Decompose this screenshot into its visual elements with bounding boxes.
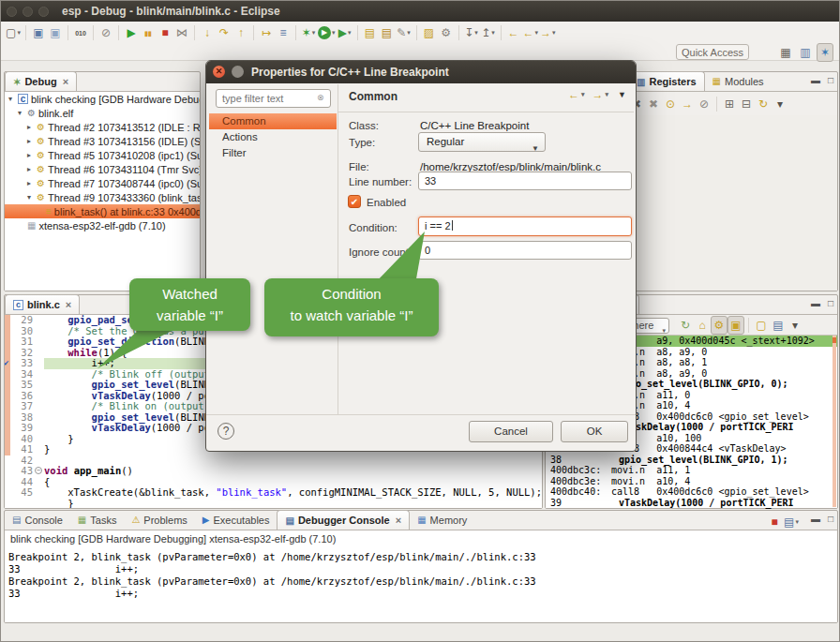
tab-problems[interactable]: ⚠Problems [124,510,194,530]
step-into-icon[interactable]: ↓ [199,23,216,42]
next-annotation-icon[interactable]: ↧▾ [463,23,480,42]
type-select[interactable]: Regular ▼ [418,132,546,152]
tab-blink-c[interactable]: c blink.c × [5,294,80,314]
dialog-close-button[interactable]: ✕ [213,66,225,78]
editor-gutter[interactable]: 41 [5,444,44,455]
clear-filter-icon[interactable]: ⊗ [317,93,324,102]
dialog-minimize-button[interactable] [232,66,244,78]
save-icon[interactable]: ▣ [30,23,47,42]
window-maximize-button[interactable] [38,7,49,17]
close-icon[interactable]: × [66,299,71,310]
editor-gutter[interactable]: 29 [5,315,44,326]
debug-tree-item[interactable]: ▸⚙Thread #6 1073431104 (Tmr Svc) (S [5,162,200,176]
expander-icon[interactable]: ▾ [27,193,37,202]
close-icon[interactable]: × [63,76,68,87]
run-icon[interactable]: ▶▾ [317,23,337,42]
back-icon[interactable]: ←▾ [522,23,540,42]
minimize-icon[interactable]: ▬ [811,514,820,524]
console-output[interactable]: Breakpoint 2, blink_task (pvParameter=0x… [8,551,835,622]
debug-icon[interactable]: ✶▾ [300,23,317,42]
forward-icon[interactable]: →▾ [539,23,557,42]
editor-gutter[interactable]: 35 [5,380,44,391]
forward-icon[interactable]: → [592,88,604,101]
open-new-view-icon[interactable]: ▢ [753,316,770,335]
editor-gutter[interactable]: 45 [5,487,44,499]
maximize-icon[interactable]: □ [828,298,833,308]
quick-access-button[interactable]: Quick Access [676,44,749,60]
chevron-down-icon[interactable]: ▾ [606,91,609,98]
collapse-all-icon[interactable]: ⊟ [738,95,755,113]
help-button[interactable]: ? [218,423,234,440]
pin-view-icon[interactable]: ▤ [770,316,787,335]
refresh-view-icon[interactable]: ↻ [677,316,694,335]
line-number-field[interactable]: 33 [418,172,632,190]
expand-all-icon[interactable]: ⊞ [721,95,738,113]
debug-tree-item[interactable]: ▦xtensa-esp32-elf-gdb (7.10) [5,218,200,232]
debug-tree-item[interactable]: ▾cblink checking [GDB Hardware Debug [5,92,200,106]
breakpoint-icon[interactable]: ✔ [5,358,8,369]
mark-occurrences-icon[interactable]: ▨ [421,23,438,42]
show-supported-breakpoints-icon[interactable]: ⊙ [662,95,679,113]
resume-icon[interactable]: ▶ [123,23,140,42]
expander-icon[interactable]: ▸ [27,179,37,187]
window-close-button[interactable] [7,7,17,17]
editor-gutter[interactable] [5,499,44,509]
home-icon[interactable]: ⌂ [694,316,711,335]
view-menu-icon[interactable]: ▾ [772,95,788,113]
maximize-icon[interactable]: □ [828,75,833,85]
new-wizard-icon[interactable]: ▢▾ [5,23,22,42]
expander-icon[interactable]: ▸ [27,123,37,131]
close-icon[interactable]: × [396,515,401,526]
open-perspective-button[interactable]: ▦ [777,43,794,62]
tab-debugger-console[interactable]: ▤Debugger Console× [277,510,410,530]
use-step-filters-icon[interactable]: ≡ [275,23,292,42]
debug-tree-item[interactable]: ▸⚙Thread #3 1073413156 (IDLE) (Susp [5,134,200,148]
fold-marker-icon[interactable]: − [35,467,42,474]
save-all-icon[interactable]: ▣ [47,23,64,42]
chevron-down-icon[interactable]: ▾ [581,91,585,98]
expander-icon[interactable]: ▸ [27,165,37,173]
debug-tree-item[interactable]: ▾⚙Thread #9 1073433360 (blink_task : [5,190,200,204]
disconnect-icon[interactable]: ⋈ [173,23,190,42]
open-element-icon[interactable]: ▤ [362,23,379,42]
remove-all-breakpoints-icon[interactable]: ✖ [645,95,662,113]
display-selected-console-icon[interactable]: ▤▾ [783,513,800,531]
tab-debug[interactable]: ✶ Debug × [5,71,77,91]
debug-tree-item[interactable]: ▸⚙Thread #5 1073410208 (ipc1) (Susp [5,148,200,162]
debug-tree-item[interactable]: ▸⚙Thread #2 1073413512 (IDLE : Runn [5,120,200,134]
ok-button[interactable]: OK [561,421,628,442]
step-over-icon[interactable]: ↷ [216,23,232,42]
minimize-icon[interactable]: ▬ [811,75,820,85]
build-all-icon[interactable]: ⚙ [438,23,455,42]
expander-icon[interactable]: ▾ [18,109,27,117]
editor-gutter[interactable]: 31 [5,336,44,348]
debug-tree-item[interactable]: ▸⚙Thread #7 1073408744 (ipc0) (Susp [5,176,200,190]
external-tools-icon[interactable]: ▶▾ [337,23,353,42]
debug-tree-item[interactable]: ▾⚙blink.elf [5,106,200,120]
condition-field[interactable]: i == 2 [418,216,632,236]
tab-tasks[interactable]: ▦Tasks [70,510,125,530]
view-menu-icon[interactable]: ▼ [618,90,626,99]
editor-gutter[interactable]: 39 [5,423,44,434]
view-menu-icon[interactable]: ▾ [787,316,803,335]
tab-executables[interactable]: ▶Executables [195,510,278,530]
search-icon[interactable]: ✎▾ [396,23,412,42]
editor-gutter[interactable]: 37 [5,401,44,412]
skip-all-breakpoints-icon[interactable]: ⊘ [98,23,114,42]
instruction-stepping-icon[interactable]: ↦ [258,23,275,42]
track-expression-icon[interactable]: ▣ [728,316,744,335]
editor-gutter[interactable]: 43− [5,466,44,477]
tab-console[interactable]: ▤Console [5,510,70,530]
maximize-icon[interactable]: □ [828,514,833,524]
tab-registers[interactable]: ▥Registers [628,71,705,91]
editor-gutter[interactable]: ✔33 [5,358,44,369]
debug-tree-item[interactable]: ≡blink_task() at blink.c:33 0x400db [5,204,200,218]
expander-icon[interactable]: ▸ [27,151,37,159]
filter-input[interactable] [216,89,331,108]
expander-icon[interactable]: ▾ [8,95,18,103]
nav-item-actions[interactable]: Actions [209,129,337,145]
ignore-count-field[interactable]: 0 [418,241,632,260]
open-type-icon[interactable]: ▤ [379,23,396,42]
back-icon[interactable]: ← [568,88,579,101]
last-edit-location-icon[interactable]: ← [505,23,522,42]
